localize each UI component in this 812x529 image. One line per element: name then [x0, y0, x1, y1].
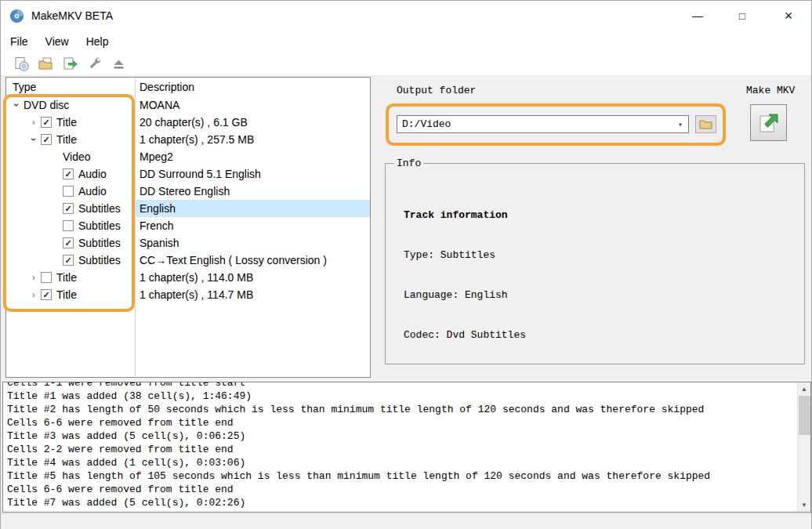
- info-group-box: Track information Type: Subtitles Langua…: [385, 163, 805, 364]
- close-button[interactable]: ×: [770, 1, 807, 31]
- checkbox-checked-icon[interactable]: ✓: [41, 134, 52, 145]
- status-bar: [1, 513, 811, 529]
- tree-row-type: Video: [63, 150, 91, 163]
- titlebar: MakeMKV BETA — □ ×: [1, 1, 811, 31]
- preferences-button[interactable]: [85, 54, 104, 74]
- scrollbar-thumb[interactable]: [799, 396, 810, 435]
- eject-button[interactable]: [109, 54, 129, 74]
- scroll-up-icon[interactable]: ▲: [798, 382, 810, 396]
- tree-row-selected[interactable]: ✓ Subtitles English: [6, 200, 370, 217]
- chevron-right-icon[interactable]: ›: [27, 270, 41, 284]
- checkbox-checked-icon[interactable]: ✓: [63, 168, 74, 179]
- checkbox-unchecked-icon[interactable]: [41, 272, 52, 283]
- tree-row[interactable]: Audio DD Stereo English: [6, 183, 370, 200]
- log-line: Title #4 was added (1 cell(s), 0:03:06): [7, 456, 796, 469]
- window-title: MakeMKV BETA: [31, 9, 113, 22]
- log-text: Cells 1-1 were removed from title start …: [7, 382, 796, 509]
- log-line: Title #1 was added (38 cell(s), 1:46:49): [7, 390, 796, 403]
- eject-icon: [111, 56, 127, 72]
- checkbox-unchecked-icon[interactable]: [63, 220, 74, 231]
- tree-row-description: DD Surround 5.1 English: [135, 165, 370, 183]
- checkbox-checked-icon[interactable]: ✓: [63, 255, 74, 266]
- track-information-text: Track information Type: Subtitles Langua…: [404, 182, 526, 368]
- checkbox-unchecked-icon[interactable]: [63, 186, 74, 197]
- output-folder-value: D:/Video: [397, 118, 672, 130]
- info-line: Type: Subtitles: [404, 248, 526, 262]
- scroll-down-icon[interactable]: ▼: [798, 498, 810, 512]
- tree-row[interactable]: ✓ Audio DD Surround 5.1 English: [6, 165, 370, 183]
- log-line: Title #5 has length of 105 seconds which…: [7, 469, 796, 483]
- tree-row-type: Subtitles: [78, 237, 121, 249]
- save-arrow-icon: [62, 56, 78, 72]
- chevron-right-icon[interactable]: ›: [27, 115, 41, 129]
- tree-row-description: CC→Text English ( Lossy conversion ): [135, 252, 370, 269]
- chevron-down-icon[interactable]: ›: [9, 98, 24, 112]
- log-line: Cells 6-6 were removed from title end: [7, 416, 796, 429]
- tree-row-description: MOANA: [135, 96, 370, 114]
- tree-row[interactable]: › ✓ Title 1 chapter(s) , 257.5 MB: [6, 131, 370, 148]
- open-folder-icon: [38, 56, 54, 72]
- disc-file-icon: [13, 56, 30, 72]
- make-mkv-label: Make MKV: [746, 85, 795, 96]
- menu-view[interactable]: View: [38, 32, 77, 51]
- app-logo-icon: [9, 9, 24, 24]
- tree-row-description: 1 chapter(s) , 114.0 MB: [135, 269, 370, 286]
- log-line: Title #7 was added (5 cell(s), 0:02:26): [7, 496, 796, 509]
- tree-row-description: 1 chapter(s) , 257.5 MB: [135, 131, 370, 148]
- column-header-description[interactable]: Description: [135, 78, 370, 96]
- save-mkv-button[interactable]: [60, 54, 80, 74]
- maximize-button[interactable]: □: [724, 1, 760, 31]
- tree-row[interactable]: Subtitles French: [6, 217, 370, 234]
- tree-row[interactable]: ✓ Subtitles Spanish: [6, 234, 370, 252]
- open-disc-button[interactable]: [12, 54, 31, 74]
- chevron-down-icon[interactable]: ▾: [672, 120, 688, 129]
- menu-file[interactable]: File: [2, 32, 36, 51]
- tree-row[interactable]: ✓ Subtitles CC→Text English ( Lossy conv…: [6, 252, 370, 269]
- info-line: Language: English: [404, 288, 526, 302]
- output-folder-combobox[interactable]: D:/Video ▾: [397, 115, 689, 133]
- tree-row[interactable]: Video Mpeg2: [6, 148, 370, 165]
- chevron-right-icon[interactable]: ›: [27, 288, 41, 302]
- title-tree-panel: Type Description › DVD disc MOANA › ✓ Ti…: [5, 77, 371, 378]
- tree-row-type: DVD disc: [24, 99, 69, 111]
- log-line: Title #2 has length of 50 seconds which …: [7, 403, 796, 416]
- tree-row-type: Subtitles: [78, 202, 121, 215]
- make-mkv-button[interactable]: [750, 104, 787, 141]
- log-line-partial: Cells 1-1 were removed from title start: [7, 382, 796, 390]
- wrench-icon: [86, 56, 103, 72]
- tree-row-description: DD Stereo English: [135, 183, 370, 200]
- makemkv-window: MakeMKV BETA — □ × File View Help: [0, 0, 812, 529]
- minimize-button[interactable]: —: [680, 1, 716, 31]
- output-folder-label: Output folder: [397, 85, 476, 96]
- tree-row-type: Audio: [78, 185, 107, 197]
- log-line: Cells 6-6 were removed from title end: [7, 483, 796, 496]
- checkbox-checked-icon[interactable]: ✓: [63, 203, 74, 214]
- column-header-type[interactable]: Type: [6, 81, 135, 93]
- log-line: Title #3 was added (5 cell(s), 0:06:25): [7, 429, 796, 443]
- tree-row-description: Spanish: [135, 234, 370, 252]
- tree-row-type: Title: [56, 133, 77, 146]
- browse-folder-button[interactable]: [695, 115, 716, 133]
- info-line: Codec: Dvd Subtitles: [404, 328, 526, 342]
- tree-row-description: French: [135, 217, 370, 234]
- chevron-down-icon[interactable]: ›: [27, 132, 41, 147]
- checkbox-checked-icon[interactable]: ✓: [63, 237, 74, 248]
- menu-help[interactable]: Help: [78, 32, 117, 51]
- tree-row-type: Title: [56, 271, 77, 284]
- checkbox-checked-icon[interactable]: ✓: [41, 117, 52, 128]
- tree-row[interactable]: › DVD disc MOANA: [6, 96, 370, 114]
- info-group-label: Info: [394, 158, 423, 169]
- log-panel[interactable]: Cells 1-1 were removed from title start …: [2, 382, 811, 513]
- log-line: Cells 2-2 were removed from title end: [7, 443, 796, 456]
- open-files-button[interactable]: [36, 54, 56, 74]
- tree-row[interactable]: › ✓ Title 1 chapter(s) , 114.7 MB: [6, 286, 370, 303]
- tree-row[interactable]: › ✓ Title 20 chapter(s) , 6.1 GB: [6, 114, 370, 131]
- tree-row-type: Subtitles: [78, 254, 121, 266]
- menu-bar: File View Help: [1, 31, 811, 52]
- tree-row-description: 20 chapter(s) , 6.1 GB: [135, 114, 370, 131]
- log-scrollbar[interactable]: ▲ ▼: [797, 382, 810, 512]
- tree-row-description: Mpeg2: [135, 148, 370, 165]
- tree-row-type: Title: [56, 116, 77, 129]
- checkbox-checked-icon[interactable]: ✓: [41, 289, 52, 300]
- tree-row[interactable]: › Title 1 chapter(s) , 114.0 MB: [6, 269, 370, 286]
